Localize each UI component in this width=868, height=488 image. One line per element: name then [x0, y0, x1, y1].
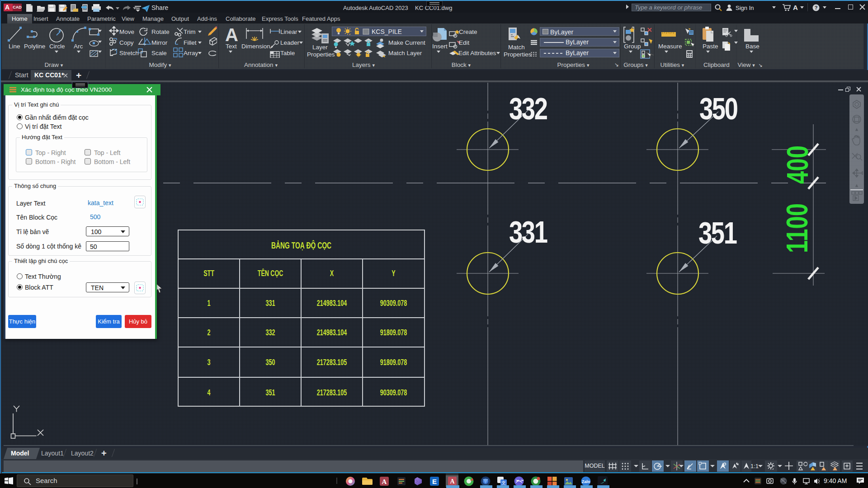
svg-text:400: 400	[781, 145, 814, 184]
svg-text:1:1: 1:1	[750, 463, 759, 469]
svg-text:E: E	[432, 478, 437, 485]
svg-text:?: ?	[815, 5, 818, 10]
svg-text:文: 文	[501, 480, 506, 485]
svg-text:1100: 1100	[780, 203, 814, 253]
svg-text:A: A	[382, 478, 387, 485]
svg-text:Zalo: Zalo	[582, 479, 590, 484]
